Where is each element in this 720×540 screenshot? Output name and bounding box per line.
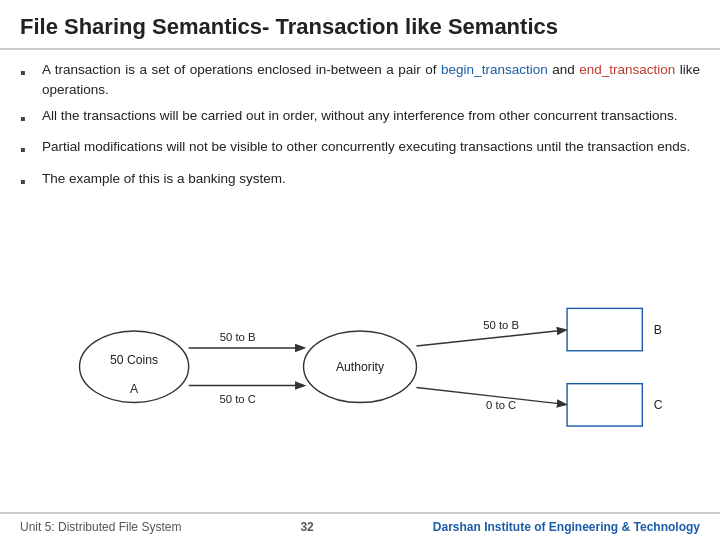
top-left-arrow-label: 50 to B [220, 331, 256, 343]
bullet-icon-4: ▪ [20, 170, 36, 193]
begin-transaction-term: begin_transaction [441, 62, 548, 77]
footer-institute: Darshan Institute of Engineering & Techn… [433, 520, 700, 534]
slide-header: File Sharing Semantics- Transaction like… [0, 0, 720, 50]
bullet-1: ▪ A transaction is a set of operations e… [20, 60, 700, 99]
bottom-left-arrow-label: 50 to C [219, 392, 255, 404]
center-node-label: Authority [336, 359, 385, 373]
slide-footer: Unit 5: Distributed File System 32 Darsh… [0, 512, 720, 540]
svg-line-6 [416, 330, 565, 346]
bullet-1-text: A transaction is a set of operations enc… [42, 60, 700, 99]
top-right-arrow-label: 50 to B [483, 319, 519, 331]
left-node-label: 50 Coins [110, 353, 158, 367]
slide-title: File Sharing Semantics- Transaction like… [20, 14, 700, 40]
bullet-3: ▪ Partial modifications will not be visi… [20, 137, 700, 161]
bullet-2: ▪ All the transactions will be carried o… [20, 106, 700, 130]
right-top-label: B [654, 322, 662, 336]
bullet-icon-3: ▪ [20, 138, 36, 161]
left-node-sublabel: A [130, 382, 139, 396]
diagram-svg: 50 Coins A Authority B C 50 to B 50 to C [40, 208, 680, 512]
bullet-3-text: Partial modifications will not be visibl… [42, 137, 690, 157]
bullet-list: ▪ A transaction is a set of operations e… [20, 60, 700, 200]
right-bottom-label: C [654, 398, 663, 412]
bullet-icon-1: ▪ [20, 61, 36, 84]
bullet-4-text: The example of this is a banking system. [42, 169, 286, 189]
diagram: 50 Coins A Authority B C 50 to B 50 to C [40, 208, 680, 512]
slide-container: File Sharing Semantics- Transaction like… [0, 0, 720, 540]
end-transaction-term: end_transaction [579, 62, 675, 77]
bottom-right-arrow-label: 0 to C [486, 399, 516, 411]
svg-rect-2 [567, 308, 642, 350]
footer-unit: Unit 5: Distributed File System [20, 520, 181, 534]
bullet-4: ▪ The example of this is a banking syste… [20, 169, 700, 193]
slide-content: ▪ A transaction is a set of operations e… [0, 50, 720, 512]
bullet-2-text: All the transactions will be carried out… [42, 106, 678, 126]
svg-rect-3 [567, 383, 642, 425]
footer-page: 32 [300, 520, 313, 534]
bullet-icon-2: ▪ [20, 107, 36, 130]
